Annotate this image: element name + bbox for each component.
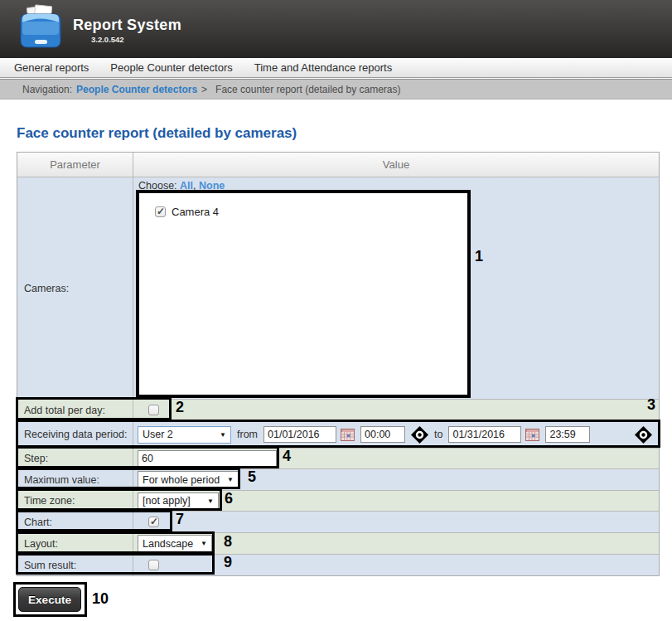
row-time-zone: Time zone: [not apply] ▼ xyxy=(17,490,659,511)
breadcrumb-link-people-counter[interactable]: People Counter detectors xyxy=(76,84,197,95)
camera-4-checkbox[interactable] xyxy=(155,206,166,217)
row-cameras: Cameras: Choose: All, None Camera 4 xyxy=(17,177,659,399)
breadcrumb-separator: > xyxy=(201,84,207,95)
row-receiving-data-period: Receiving data period: User 2 ▼ from xyxy=(17,420,659,448)
app-title: Report System xyxy=(73,17,181,34)
chevron-down-icon: ▼ xyxy=(201,540,207,547)
row-maximum-value: Maximum value: For whole period ▼ xyxy=(17,468,659,490)
to-date-calendar-icon[interactable] xyxy=(525,429,539,441)
chart-checkbox[interactable] xyxy=(148,517,159,527)
row-sum-result: Sum result: xyxy=(17,554,659,575)
to-time-input[interactable] xyxy=(545,426,590,443)
chart-label: Chart: xyxy=(17,512,133,532)
table-header-row: Parameter Value xyxy=(17,153,659,177)
choose-all-link[interactable]: All xyxy=(180,180,193,192)
time-zone-select-value: [not apply] xyxy=(143,495,191,507)
main-menu: General reports People Counter detectors… xyxy=(0,58,672,78)
layout-select[interactable]: Landscape ▼ xyxy=(138,535,212,552)
step-label: Step: xyxy=(17,449,133,468)
layout-select-value: Landscape xyxy=(143,538,193,550)
chevron-down-icon: ▼ xyxy=(220,431,226,439)
app-header: Report System 3.2.0.542 xyxy=(0,0,672,58)
menu-time-attendance-reports[interactable]: Time and Attendance reports xyxy=(254,61,392,74)
sum-result-label: Sum result: xyxy=(17,555,133,575)
cameras-choose-line: Choose: All, None xyxy=(133,177,659,193)
add-total-checkbox[interactable] xyxy=(148,405,159,415)
add-total-label: Add total per day: xyxy=(17,400,133,420)
choose-none-link[interactable]: None xyxy=(199,180,225,192)
camera-4-label: Camera 4 xyxy=(172,206,219,218)
time-zone-label: Time zone: xyxy=(17,491,133,511)
menu-general-reports[interactable]: General reports xyxy=(14,61,89,74)
page-title: Face counter report (detailed by cameras… xyxy=(17,125,297,142)
from-label: from xyxy=(237,429,258,440)
layout-label: Layout: xyxy=(17,533,133,554)
column-header-parameter: Parameter xyxy=(17,153,133,177)
menu-people-counter-detectors[interactable]: People Counter detectors xyxy=(110,61,232,74)
column-header-value: Value xyxy=(133,153,659,177)
maximum-value-label: Maximum value: xyxy=(17,469,133,490)
step-input[interactable] xyxy=(138,450,277,467)
cameras-label: Cameras: xyxy=(17,177,133,399)
maximum-value-select[interactable]: For whole period ▼ xyxy=(138,471,239,488)
camera-list-item: Camera 4 xyxy=(155,206,470,218)
chevron-down-icon: ▼ xyxy=(207,497,214,505)
to-label: to xyxy=(434,429,442,440)
breadcrumb-current: Face counter report (detailed by cameras… xyxy=(215,84,400,95)
report-parameters-table: Parameter Value Cameras: Choose: All, No… xyxy=(17,152,660,576)
receiving-period-label: Receiving data period: xyxy=(17,421,133,448)
row-add-total-per-day: Add total per day: xyxy=(17,399,659,420)
annotation-label-10: 10 xyxy=(92,590,109,608)
maximum-value-select-value: For whole period xyxy=(143,474,220,486)
from-time-input[interactable] xyxy=(360,426,405,443)
from-time-spinner-icon[interactable] xyxy=(411,426,428,444)
breadcrumb: Navigation: People Counter detectors > F… xyxy=(0,79,672,99)
to-time-spinner-icon[interactable] xyxy=(635,426,652,444)
row-step: Step: xyxy=(17,448,659,468)
camera-list: Camera 4 xyxy=(138,193,470,398)
row-chart: Chart: xyxy=(17,511,659,532)
period-select[interactable]: User 2 ▼ xyxy=(138,426,231,444)
chevron-down-icon: ▼ xyxy=(227,476,234,483)
execute-button[interactable]: Execute xyxy=(18,587,81,612)
to-date-input[interactable] xyxy=(448,426,521,443)
from-date-calendar-icon[interactable] xyxy=(341,429,355,441)
time-zone-select[interactable]: [not apply] ▼ xyxy=(138,492,219,510)
period-select-value: User 2 xyxy=(143,429,173,440)
sum-result-checkbox[interactable] xyxy=(148,560,159,570)
from-date-input[interactable] xyxy=(263,426,336,443)
app-version: 3.2.0.542 xyxy=(91,35,124,44)
choose-label: Choose: xyxy=(138,180,177,192)
row-layout: Layout: Landscape ▼ xyxy=(17,532,659,554)
report-system-logo-icon xyxy=(17,4,65,54)
choose-comma: , xyxy=(193,180,196,192)
breadcrumb-prefix: Navigation: xyxy=(22,84,72,95)
